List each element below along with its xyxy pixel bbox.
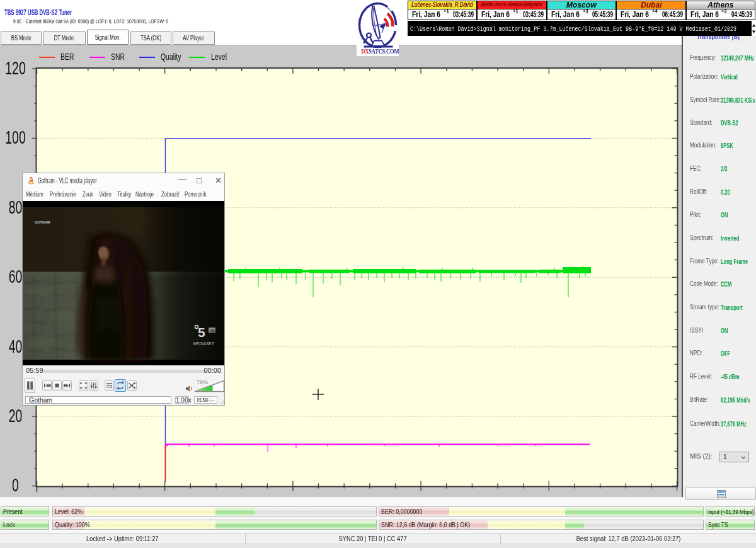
svg-text:MEDIASET: MEDIASET (193, 341, 214, 346)
svg-text:HD: HD (210, 329, 215, 333)
svg-text:GOTHAM: GOTHAM (35, 220, 50, 224)
svg-text:5: 5 (198, 325, 205, 340)
